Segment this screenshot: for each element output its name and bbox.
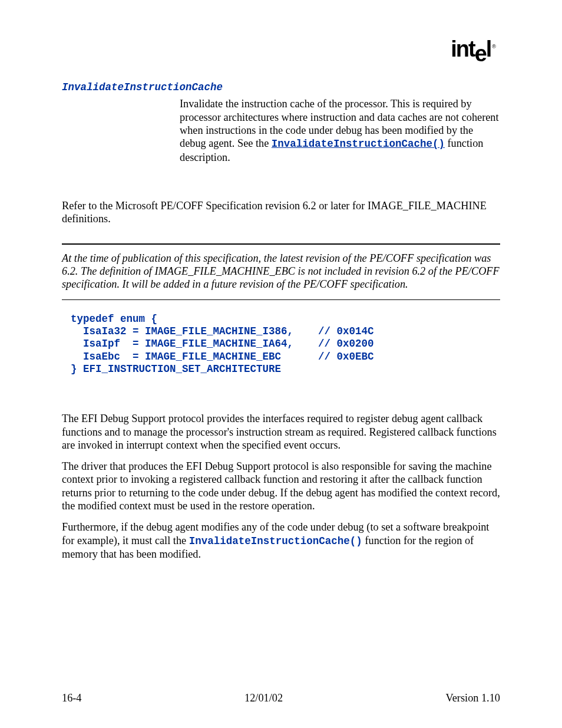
page: intel® InvalidateInstructionCache Invali… (0, 0, 562, 728)
footer-version: Version 1.10 (446, 692, 500, 704)
term-name: InvalidateInstructionCache (62, 81, 500, 94)
description-para-3: Furthermore, if the debug agent modifies… (62, 521, 500, 561)
invalidate-instruction-cache-link[interactable]: InvalidateInstructionCache() (272, 138, 445, 150)
logo-part-1: int (451, 37, 474, 61)
footer-date: 12/01/02 (244, 692, 283, 704)
code-block: typedef enum { IsaIa32 = IMAGE_FILE_MACH… (71, 313, 500, 376)
logo-part-2: e (475, 41, 486, 67)
logo-part-3: l (486, 37, 491, 61)
page-footer: 16-4 12/01/02 Version 1.10 (62, 692, 500, 704)
divider-top (62, 243, 500, 245)
publication-note: At the time of publication of this speci… (62, 252, 500, 291)
desc3-code: InvalidateInstructionCache() (189, 535, 362, 547)
footer-page-number: 16-4 (62, 692, 82, 704)
logo-reg: ® (492, 44, 496, 50)
pe-coff-reference: Refer to the Microsoft PE/COFF Specifica… (62, 199, 500, 226)
description-para-2: The driver that produces the EFI Debug S… (62, 460, 500, 512)
intel-logo: intel® (451, 37, 496, 62)
term-definition: Invalidate the instruction cache of the … (180, 97, 500, 164)
description-para-1: The EFI Debug Support protocol provides … (62, 412, 500, 452)
content-area: InvalidateInstructionCache Invalidate th… (62, 81, 500, 561)
divider-bottom (62, 299, 500, 300)
description-block: The EFI Debug Support protocol provides … (62, 412, 500, 561)
